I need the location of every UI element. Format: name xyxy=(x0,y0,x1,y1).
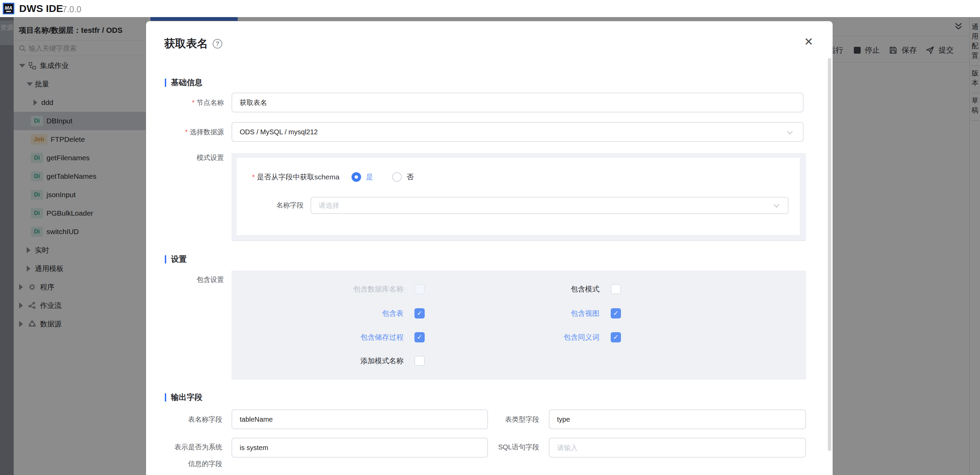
radio-no-label[interactable]: 否 xyxy=(407,172,414,182)
screen: MA DWS IDE 7.0.0 资源 项目名称/数据层：testfr / OD… xyxy=(0,0,980,475)
help-icon[interactable]: ? xyxy=(213,39,222,49)
datasource-select[interactable] xyxy=(231,122,803,142)
add-schema-name-checkbox[interactable] xyxy=(414,356,425,366)
include-views-checkbox[interactable]: ✓ xyxy=(611,308,621,318)
app-header: MA DWS IDE 7.0.0 xyxy=(0,0,980,17)
mode-settings-card: *是否从字段中获取schema 是 否 名称字段 xyxy=(237,158,800,235)
sql-field-label: SQL语句字段 xyxy=(454,443,539,451)
name-field-select[interactable] xyxy=(310,197,789,214)
logo-text: MA xyxy=(5,5,12,10)
include-views-label[interactable]: 包含视图 xyxy=(497,308,600,318)
radio-yes[interactable] xyxy=(352,172,361,182)
include-settings-label: 包含设置 xyxy=(146,275,224,284)
dialog-title: 获取表名 xyxy=(164,36,208,51)
section-settings: 设置 xyxy=(165,254,187,264)
required-mark: * xyxy=(252,173,255,181)
close-icon[interactable]: ✕ xyxy=(802,35,816,49)
radio-yes-label[interactable]: 是 xyxy=(366,172,373,182)
include-synonyms-checkbox[interactable]: ✓ xyxy=(611,332,621,342)
include-tables-label[interactable]: 包含表 xyxy=(301,308,404,318)
sql-field-input[interactable] xyxy=(549,438,806,458)
table-type-field-input[interactable] xyxy=(549,409,806,429)
section-heading: 设置 xyxy=(171,254,187,264)
section-heading: 基础信息 xyxy=(171,77,202,88)
section-heading: 输出字段 xyxy=(171,392,202,403)
is-system-field-label-line2: 信息的字段 xyxy=(146,459,222,468)
include-schema-checkbox[interactable] xyxy=(611,284,621,294)
required-mark: * xyxy=(192,99,194,106)
section-bar xyxy=(165,393,166,402)
mode-settings-label: 模式设置 xyxy=(146,153,224,162)
include-procedures-checkbox[interactable]: ✓ xyxy=(414,332,425,342)
table-name-field-label: 表名称字段 xyxy=(146,415,222,424)
table-type-field-label: 表类型字段 xyxy=(454,415,539,424)
section-basic-info: 基础信息 xyxy=(165,77,202,88)
app-version: 7.0.0 xyxy=(62,5,81,14)
mode-settings-panel: *是否从字段中获取schema 是 否 名称字段 xyxy=(231,153,806,241)
is-system-field-input[interactable] xyxy=(231,438,488,458)
required-mark: * xyxy=(185,128,188,136)
app-logo: MA xyxy=(3,3,14,14)
app-title: DWS IDE xyxy=(19,3,63,14)
include-db-name-checkbox xyxy=(414,284,425,294)
logo-bar xyxy=(6,11,11,12)
include-settings-panel: 包含数据库名称 包含模式 包含表 ✓ 包含视图 ✓ 包含储存过程 ✓ 包含同义词… xyxy=(231,271,806,380)
add-schema-name-label: 添加模式名称 xyxy=(301,356,404,366)
include-procedures-label[interactable]: 包含储存过程 xyxy=(301,332,404,342)
section-output-fields: 输出字段 xyxy=(165,392,202,403)
dialog-title-row: 获取表名 ? xyxy=(164,36,222,51)
table-name-field-input[interactable] xyxy=(231,409,488,429)
node-name-input[interactable] xyxy=(231,93,803,113)
schema-question-label: *是否从字段中获取schema xyxy=(252,172,340,182)
modal-scrollbar-thumb[interactable] xyxy=(828,58,831,451)
section-bar xyxy=(165,79,166,87)
include-schema-label: 包含模式 xyxy=(497,284,600,294)
node-name-label: *节点名称 xyxy=(146,98,224,107)
get-table-names-dialog: 获取表名 ? ✕ 基础信息 *节点名称 *选择数据源 模式设置 *是否从字段中获… xyxy=(146,21,833,475)
name-field-label: 名称字段 xyxy=(272,200,304,210)
include-synonyms-label[interactable]: 包含同义词 xyxy=(497,332,600,342)
include-db-name-label: 包含数据库名称 xyxy=(301,284,404,294)
section-bar xyxy=(165,255,166,264)
include-tables-checkbox[interactable]: ✓ xyxy=(414,308,425,318)
radio-no[interactable] xyxy=(392,172,402,182)
datasource-label: *选择数据源 xyxy=(146,127,224,137)
is-system-field-label-line1: 表示是否为系统 xyxy=(146,443,222,451)
